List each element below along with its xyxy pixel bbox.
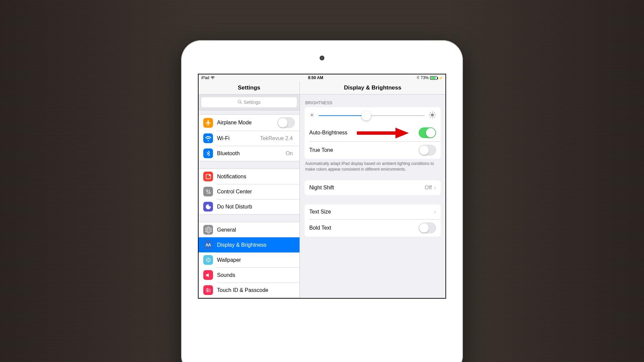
svg-point-4 <box>206 190 208 191</box>
svg-point-9 <box>208 258 209 259</box>
aa-icon: AA <box>203 240 213 250</box>
search-input[interactable]: Settings <box>201 97 297 107</box>
sidebar-item-label: Airplane Mode <box>217 120 277 126</box>
sidebar-group: Airplane Mode Wi-Fi TekRevue 2.4 <box>199 114 300 161</box>
bluetooth-icon <box>203 148 213 158</box>
slider-thumb[interactable] <box>362 111 371 120</box>
sidebar-group: Notifications Control Center Do Not Dist… <box>199 169 300 215</box>
sun-small-icon <box>309 112 315 119</box>
sidebar-item-touchid[interactable]: Touch ID & Passcode <box>199 283 300 298</box>
battery-percent: 73% <box>421 75 429 80</box>
sidebar-item-label: Touch ID & Passcode <box>217 287 295 293</box>
chevron-right-icon: › <box>434 184 436 191</box>
auto-brightness-row: Auto-Brightness <box>305 124 441 141</box>
section-header-brightness: BRIGHTNESS <box>300 95 445 107</box>
screen: iPad 8:50 AM 73% ⚡ Settings <box>198 74 446 299</box>
sidebar-item-wallpaper[interactable]: Wallpaper <box>199 252 300 267</box>
svg-line-29 <box>430 117 431 118</box>
sidebar-item-label: Bluetooth <box>217 150 286 157</box>
sidebar-item-label: General <box>217 227 295 233</box>
sound-icon <box>203 270 213 280</box>
true-tone-toggle[interactable] <box>419 145 436 156</box>
svg-point-13 <box>311 114 313 116</box>
svg-line-30 <box>434 113 435 113</box>
battery-icon <box>430 76 437 80</box>
bold-text-toggle[interactable] <box>419 223 436 233</box>
sidebar-item-label: Wi-Fi <box>217 135 260 141</box>
detail-panel: Display & Brightness BRIGHTNESS <box>300 81 445 298</box>
row-label: Night Shift <box>309 185 425 191</box>
wallpaper-icon <box>203 255 213 265</box>
svg-line-27 <box>430 113 431 113</box>
sidebar-title: Settings <box>199 81 300 95</box>
svg-line-20 <box>310 116 311 116</box>
search-placeholder: Settings <box>244 100 261 105</box>
sidebar-item-bluetooth[interactable]: Bluetooth On <box>199 146 300 161</box>
control-center-icon <box>203 187 213 196</box>
sidebar-item-value: On <box>286 150 293 157</box>
sidebar-item-control-center[interactable]: Control Center <box>199 184 300 199</box>
sidebar-item-airplane-mode[interactable]: Airplane Mode <box>199 115 300 131</box>
text-group: Text Size › Bold Text <box>305 204 441 237</box>
brightness-slider-row <box>305 107 441 124</box>
auto-brightness-toggle[interactable] <box>419 127 436 138</box>
settings-sidebar: Settings Settings Airpla <box>199 81 300 298</box>
notifications-icon <box>203 172 213 181</box>
front-camera <box>320 56 324 60</box>
gear-icon <box>203 225 213 235</box>
sidebar-item-value: TekRevue 2.4 <box>260 135 293 141</box>
bluetooth-icon <box>417 75 419 80</box>
sidebar-item-display-brightness[interactable]: AA Display & Brightness <box>199 237 300 252</box>
row-label: True Tone <box>309 147 419 153</box>
detail-title: Display & Brightness <box>300 81 445 95</box>
touchid-icon <box>203 285 213 295</box>
sidebar-item-do-not-disturb[interactable]: Do Not Disturb <box>199 199 300 214</box>
chevron-right-icon: › <box>434 208 436 216</box>
sidebar-group: General AA Display & Brightness Wallpape… <box>199 222 300 298</box>
svg-point-0 <box>238 100 241 103</box>
svg-point-3 <box>209 174 210 176</box>
svg-line-1 <box>240 102 242 104</box>
row-value: Off <box>425 185 432 191</box>
wifi-icon <box>211 75 215 80</box>
sun-large-icon <box>429 111 436 120</box>
night-shift-group: Night Shift Off › <box>305 180 441 195</box>
airplane-icon <box>203 118 213 128</box>
brightness-group: Auto-Brightness True Tone <box>305 107 441 159</box>
true-tone-row: True Tone <box>305 141 441 159</box>
svg-point-22 <box>431 113 434 116</box>
status-bar: iPad 8:50 AM 73% ⚡ <box>199 74 445 81</box>
svg-line-21 <box>313 113 313 114</box>
sidebar-item-sounds[interactable]: Sounds <box>199 267 300 283</box>
row-label: Auto-Brightness <box>309 130 419 136</box>
row-label: Bold Text <box>309 225 419 231</box>
device-label: iPad <box>201 75 209 80</box>
svg-point-12 <box>208 261 209 262</box>
night-shift-row[interactable]: Night Shift Off › <box>305 180 441 195</box>
svg-point-6 <box>208 192 210 193</box>
svg-point-10 <box>207 259 208 260</box>
sidebar-item-label: Wallpaper <box>217 257 295 263</box>
svg-line-19 <box>313 116 313 116</box>
ipad-device-frame: iPad 8:50 AM 73% ⚡ Settings <box>181 40 463 362</box>
moon-icon <box>203 202 213 212</box>
search-icon <box>237 100 242 105</box>
sidebar-item-label: Control Center <box>217 189 295 195</box>
text-size-row[interactable]: Text Size › <box>305 204 441 219</box>
sidebar-item-general[interactable]: General <box>199 222 300 237</box>
svg-line-18 <box>310 113 311 114</box>
charging-icon: ⚡ <box>439 76 443 80</box>
svg-line-28 <box>434 117 435 118</box>
row-label: Text Size <box>309 209 434 215</box>
svg-point-11 <box>209 259 210 260</box>
true-tone-footer: Automatically adapt iPad display based o… <box>300 159 445 172</box>
bold-text-row: Bold Text <box>305 219 441 237</box>
sidebar-item-wifi[interactable]: Wi-Fi TekRevue 2.4 <box>199 131 300 146</box>
sidebar-item-label: Notifications <box>217 174 295 180</box>
wifi-icon <box>203 133 213 143</box>
brightness-slider[interactable] <box>319 115 425 116</box>
sidebar-item-label: Display & Brightness <box>217 242 295 248</box>
airplane-toggle[interactable] <box>277 117 295 128</box>
sidebar-item-label: Do Not Disturb <box>217 204 295 210</box>
sidebar-item-notifications[interactable]: Notifications <box>199 169 300 184</box>
